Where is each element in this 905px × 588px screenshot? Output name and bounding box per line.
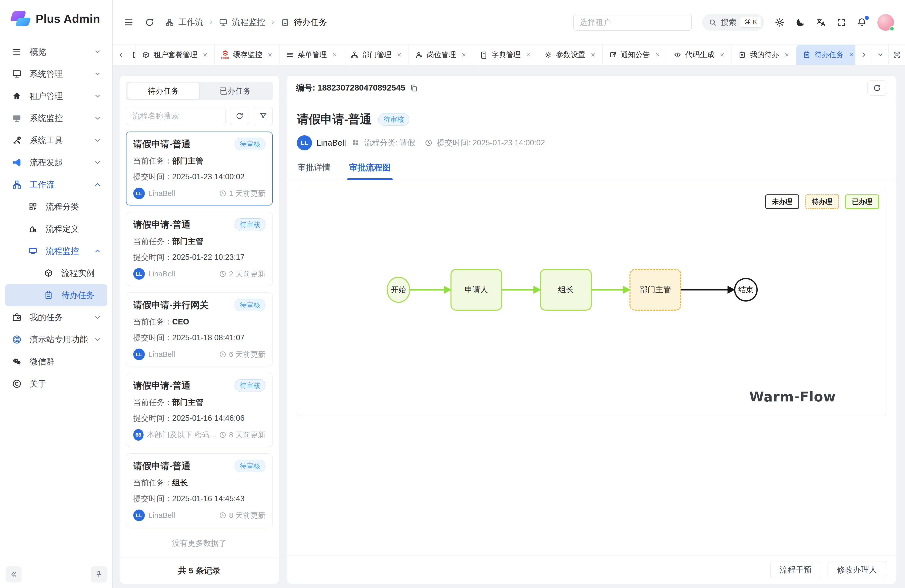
breadcrumb-item[interactable]: 工作流: [178, 17, 203, 28]
sidebar-item-my-tasks[interactable]: 我的任务: [5, 306, 107, 329]
tab-todo-tasks-active[interactable]: 待办任务: [796, 45, 855, 65]
app-title: Plus Admin: [36, 12, 100, 25]
close-icon[interactable]: [784, 52, 790, 57]
process-intervene-button[interactable]: 流程干预: [770, 562, 821, 578]
task-card[interactable]: 请假申请-普通 待审核 当前任务：部门主管 提交时间：2025-01-22 10…: [126, 212, 273, 286]
flow-node-start[interactable]: 开始: [387, 277, 410, 303]
filter-button[interactable]: [254, 107, 273, 125]
copy-icon[interactable]: [410, 84, 418, 92]
task-list-panel: 待办任务 已办任务 请假申请-普通 待审核: [120, 75, 279, 584]
close-icon[interactable]: [332, 52, 337, 57]
tab-approval-detail[interactable]: 审批详情: [297, 162, 330, 180]
sidebar-item-wechat-group[interactable]: 微信群: [5, 351, 107, 373]
content-fullscreen-icon[interactable]: [888, 45, 905, 65]
notification-dot: [865, 16, 869, 20]
book-icon: [480, 51, 487, 59]
clipboard-icon: [43, 291, 54, 300]
tab-code-gen[interactable]: 代码生成: [667, 45, 732, 65]
settings-gear-icon[interactable]: [775, 17, 785, 27]
breadcrumb-item[interactable]: 流程监控: [232, 17, 265, 28]
global-search-button[interactable]: 搜索 ⌘ K: [702, 14, 764, 31]
close-icon[interactable]: [397, 52, 402, 57]
process-category: 流程分类: 请假: [364, 138, 415, 148]
sidebar-collapse-button[interactable]: [6, 566, 22, 582]
chevron-right-icon: [270, 19, 276, 25]
close-icon[interactable]: [655, 52, 660, 57]
flowchart-canvas[interactable]: 未办理 待办理 已办理 开始 申请人 组长 部门主管 结束 Warm-Flow: [297, 189, 886, 416]
tab-cache-monitor[interactable]: redis 缓存监控: [215, 45, 279, 65]
tabs-dropdown-button[interactable]: [872, 45, 888, 65]
chevron-down-icon: [94, 336, 101, 343]
hamburger-menu-icon[interactable]: [124, 17, 134, 27]
toggle-done-tasks[interactable]: 已办任务: [199, 83, 271, 99]
tab-post-mgmt[interactable]: 岗位管理: [409, 45, 473, 65]
notifications-bell-icon[interactable]: [857, 17, 867, 27]
tab-dict-mgmt[interactable]: 字典管理: [473, 45, 538, 65]
sidebar-item-tenant-mgmt[interactable]: 租户管理: [5, 85, 107, 107]
close-icon[interactable]: [590, 52, 596, 57]
tab-clipped[interactable]: [129, 45, 135, 65]
task-card[interactable]: 请假申请-普通 待审核 当前任务：组长 提交时间：2025-01-16 14:4…: [126, 453, 273, 528]
close-icon[interactable]: [719, 52, 725, 57]
sidebar-item-process-definition[interactable]: 流程定义: [5, 218, 107, 240]
tab-notice[interactable]: 通知公告: [603, 45, 667, 65]
modify-assignee-button[interactable]: 修改办理人: [827, 562, 886, 578]
sidebar-item-system-tools[interactable]: 系统工具: [5, 129, 107, 151]
tab-param-settings[interactable]: 参数设置: [538, 45, 603, 65]
flow-node-team-leader[interactable]: 组长: [540, 269, 592, 311]
tab-menu-mgmt[interactable]: 菜单管理: [279, 45, 344, 65]
process-search-input[interactable]: [126, 111, 225, 121]
sidebar-item-overview[interactable]: 概览: [5, 41, 107, 63]
dark-mode-moon-icon[interactable]: [795, 17, 805, 27]
fullscreen-icon[interactable]: [837, 17, 846, 27]
divider: [420, 138, 420, 147]
tabs-scroll-right-button[interactable]: [855, 45, 872, 65]
sidebar-pin-button[interactable]: [91, 566, 107, 582]
task-detail-panel: 编号: 1882307280470892545 请假申请-普通 待审核 LL L…: [287, 75, 896, 584]
sidebar-item-system-mgmt[interactable]: 系统管理: [5, 63, 107, 85]
search-shortcut-badge: ⌘ K: [740, 17, 761, 27]
sidebar-item-process-category[interactable]: 流程分类: [5, 195, 107, 218]
sidebar-item-process-monitor[interactable]: 流程监控: [5, 240, 107, 262]
flow-node-applicant[interactable]: 申请人: [451, 269, 502, 311]
close-icon[interactable]: [849, 52, 854, 57]
redis-icon: redis: [221, 50, 229, 59]
language-translate-icon[interactable]: [816, 17, 826, 27]
user-gear-icon: [415, 51, 423, 59]
page-refresh-icon[interactable]: [145, 17, 154, 27]
close-icon[interactable]: [526, 52, 531, 57]
flow-node-end[interactable]: 结束: [734, 278, 758, 302]
tab-my-todo[interactable]: 我的待办: [732, 45, 796, 65]
detail-actions: 流程干预 修改办理人: [287, 556, 896, 584]
user-avatar[interactable]: [877, 14, 894, 31]
flow-node-dept-manager[interactable]: 部门主管: [629, 269, 681, 311]
chevron-right-icon: [208, 19, 214, 25]
submit-time: 提交时间: 2025-01-23 14:00:02: [437, 138, 545, 148]
sidebar-item-process-start[interactable]: 流程发起: [5, 151, 107, 173]
sidebar-item-demo-features[interactable]: 演示站专用功能: [5, 329, 107, 351]
detail-refresh-button[interactable]: [867, 81, 887, 95]
process-title: 请假申请-普通: [297, 111, 372, 127]
app-logo[interactable]: Plus Admin: [0, 0, 113, 34]
close-icon[interactable]: [461, 52, 467, 57]
sidebar-item-workflow[interactable]: 工作流: [5, 173, 107, 195]
chevron-down-icon: [94, 48, 101, 56]
sidebar-item-todo-tasks[interactable]: 待办任务: [5, 284, 107, 306]
tab-tenant-package[interactable]: 租户套餐管理: [135, 45, 215, 65]
close-icon[interactable]: [202, 52, 208, 57]
sidebar-item-about[interactable]: 关于: [5, 373, 107, 395]
tab-approval-flowchart[interactable]: 审批流程图: [349, 162, 391, 180]
toggle-todo-tasks[interactable]: 待办任务: [127, 83, 199, 99]
sidebar-item-system-monitor[interactable]: 系统监控: [5, 107, 107, 129]
tenant-select[interactable]: [573, 14, 692, 31]
chevron-up-icon: [94, 181, 101, 188]
close-icon[interactable]: [267, 52, 273, 57]
sidebar-item-process-instance[interactable]: 流程实例: [5, 262, 107, 284]
task-card[interactable]: 请假申请-普通 待审核 当前任务：部门主管 提交时间：2025-01-23 14…: [126, 132, 273, 205]
tab-department-mgmt[interactable]: 部门管理: [344, 45, 409, 65]
clock-icon: [425, 139, 433, 147]
task-card[interactable]: 请假申请-普通 待审核 当前任务：部门主管 提交时间：2025-01-16 14…: [126, 373, 273, 447]
task-card[interactable]: 请假申请-并行网关 待审核 当前任务：CEO 提交时间：2025-01-18 0…: [126, 292, 273, 366]
reset-refresh-button[interactable]: [230, 107, 249, 125]
tabs-scroll-left-button[interactable]: [113, 45, 129, 65]
